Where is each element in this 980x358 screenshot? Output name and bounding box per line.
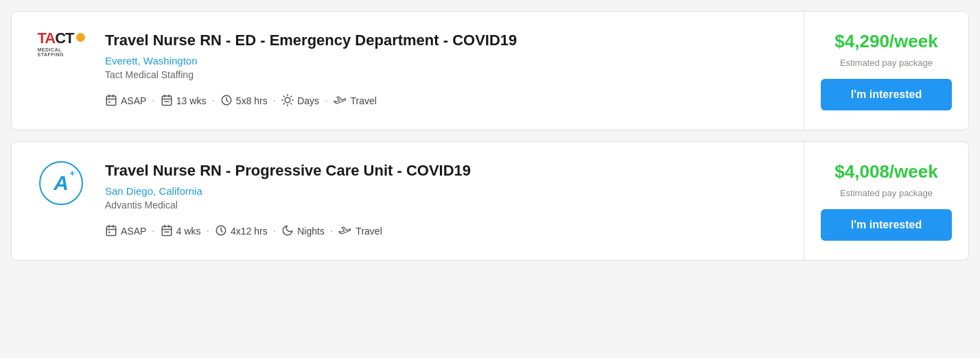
tag-label: 5x8 hrs xyxy=(236,95,268,106)
calendar-icon xyxy=(105,94,117,108)
calendar2-icon xyxy=(161,224,173,239)
tag-label: 4x12 hrs xyxy=(231,226,268,237)
job-price: $4,008/week xyxy=(835,161,937,182)
clock-icon xyxy=(215,224,227,239)
calendar-icon xyxy=(105,224,117,239)
dot-separator: · xyxy=(273,95,276,107)
tag-label: Travel xyxy=(355,226,382,237)
clock-icon xyxy=(220,94,233,108)
job-info: Travel Nurse RN - ED - Emergency Departm… xyxy=(105,31,782,108)
svg-rect-4 xyxy=(108,101,110,102)
interested-button[interactable]: I'm interested xyxy=(821,79,952,110)
svg-line-15 xyxy=(291,103,292,104)
job-location: San Diego, California xyxy=(105,185,782,197)
svg-rect-25 xyxy=(162,226,172,236)
dot-separator: · xyxy=(330,225,333,237)
job-title: Travel Nurse RN - Progressive Care Unit … xyxy=(105,161,782,181)
tag-label: Days xyxy=(297,95,319,106)
tag-label: 4 wks xyxy=(176,226,201,237)
svg-line-19 xyxy=(291,96,292,97)
job-tag: ASAP xyxy=(105,94,146,108)
job-info: Travel Nurse RN - Progressive Care Unit … xyxy=(105,161,782,239)
dot-separator: · xyxy=(152,225,154,237)
svg-line-18 xyxy=(283,103,284,104)
svg-line-14 xyxy=(283,96,284,97)
plane-icon xyxy=(338,224,352,239)
job-logo-container: TACT MEDICALSTAFFING xyxy=(34,31,89,57)
svg-rect-5 xyxy=(162,96,172,106)
job-location: Everett, Washington xyxy=(105,55,782,67)
dot-separator: · xyxy=(273,225,276,237)
tag-label: 13 wks xyxy=(176,95,207,106)
advantis-logo: + A xyxy=(39,161,83,205)
job-tag: 4 wks xyxy=(161,224,201,239)
job-company: Tact Medical Staffing xyxy=(105,69,782,80)
job-price: $4,290/week xyxy=(835,31,937,52)
job-main: TACT MEDICALSTAFFING Travel Nurse RN - E… xyxy=(12,12,804,130)
tag-label: ASAP xyxy=(121,226,146,237)
job-tag: Travel xyxy=(334,94,377,108)
job-tag: 13 wks xyxy=(161,94,207,108)
job-tag: 5x8 hrs xyxy=(220,94,268,108)
job-tag: ASAP xyxy=(105,224,146,239)
job-tag: Days xyxy=(281,94,319,108)
dot-separator: · xyxy=(211,95,214,107)
svg-rect-24 xyxy=(108,231,110,232)
moon-icon xyxy=(281,224,294,239)
calendar2-icon xyxy=(161,94,173,108)
tag-label: Travel xyxy=(351,95,377,106)
job-tag: 4x12 hrs xyxy=(215,224,268,239)
plane-icon xyxy=(334,94,347,108)
dot-separator: · xyxy=(325,95,327,107)
job-card: TACT MEDICALSTAFFING Travel Nurse RN - E… xyxy=(11,11,969,130)
dot-separator: · xyxy=(207,225,209,237)
job-side: $4,008/week Estimated pay package I'm in… xyxy=(804,142,968,260)
tag-label: Nights xyxy=(297,226,325,237)
tag-label: ASAP xyxy=(121,95,146,106)
svg-rect-0 xyxy=(106,96,116,106)
svg-rect-20 xyxy=(106,226,116,236)
job-price-label: Estimated pay package xyxy=(840,188,933,198)
job-tags: ASAP · 4 wks · 4x12 hrs · Nights · Trave… xyxy=(105,224,782,239)
job-tag: Travel xyxy=(338,224,382,239)
job-card: + A Travel Nurse RN - Progressive Care U… xyxy=(11,141,969,261)
interested-button[interactable]: I'm interested xyxy=(821,209,952,241)
job-price-label: Estimated pay package xyxy=(840,58,933,68)
job-tags: ASAP · 13 wks · 5x8 hrs · Days · Travel xyxy=(105,94,782,108)
job-side: $4,290/week Estimated pay package I'm in… xyxy=(804,12,968,130)
job-logo-container: + A xyxy=(34,161,89,205)
dot-separator: · xyxy=(152,95,154,107)
job-main: + A Travel Nurse RN - Progressive Care U… xyxy=(12,142,804,260)
job-tag: Nights xyxy=(281,224,325,239)
sun-icon xyxy=(281,94,294,108)
job-title: Travel Nurse RN - ED - Emergency Departm… xyxy=(105,31,782,51)
svg-point-11 xyxy=(285,97,290,103)
job-company: Advantis Medical xyxy=(105,200,782,211)
tact-logo: TACT MEDICALSTAFFING xyxy=(37,31,84,57)
